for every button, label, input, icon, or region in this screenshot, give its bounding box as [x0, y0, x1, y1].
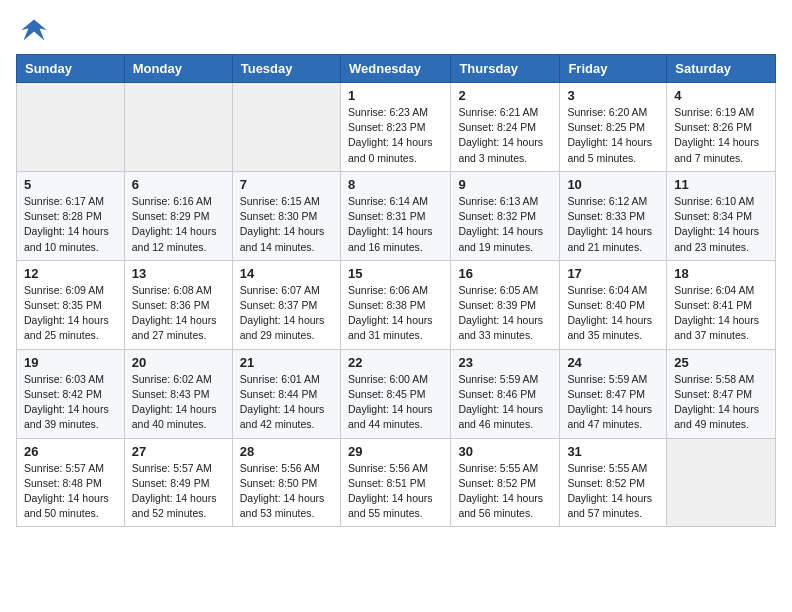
calendar-cell: 27Sunrise: 5:57 AM Sunset: 8:49 PM Dayli…: [124, 438, 232, 527]
calendar-cell: 5Sunrise: 6:17 AM Sunset: 8:28 PM Daylig…: [17, 171, 125, 260]
day-header-saturday: Saturday: [667, 55, 776, 83]
day-number: 4: [674, 88, 768, 103]
day-number: 28: [240, 444, 333, 459]
day-number: 22: [348, 355, 443, 370]
logo: [16, 16, 48, 44]
calendar-cell: 12Sunrise: 6:09 AM Sunset: 8:35 PM Dayli…: [17, 260, 125, 349]
calendar-cell: [17, 83, 125, 172]
calendar-week-row: 12Sunrise: 6:09 AM Sunset: 8:35 PM Dayli…: [17, 260, 776, 349]
day-content: Sunrise: 5:57 AM Sunset: 8:49 PM Dayligh…: [132, 461, 225, 522]
calendar-week-row: 26Sunrise: 5:57 AM Sunset: 8:48 PM Dayli…: [17, 438, 776, 527]
day-number: 17: [567, 266, 659, 281]
day-number: 3: [567, 88, 659, 103]
calendar-cell: 29Sunrise: 5:56 AM Sunset: 8:51 PM Dayli…: [340, 438, 450, 527]
day-content: Sunrise: 5:59 AM Sunset: 8:46 PM Dayligh…: [458, 372, 552, 433]
day-content: Sunrise: 6:04 AM Sunset: 8:40 PM Dayligh…: [567, 283, 659, 344]
day-number: 5: [24, 177, 117, 192]
svg-marker-0: [21, 20, 46, 41]
logo-bird-icon: [20, 16, 48, 44]
calendar-cell: 30Sunrise: 5:55 AM Sunset: 8:52 PM Dayli…: [451, 438, 560, 527]
day-number: 2: [458, 88, 552, 103]
day-number: 30: [458, 444, 552, 459]
day-content: Sunrise: 5:55 AM Sunset: 8:52 PM Dayligh…: [567, 461, 659, 522]
calendar-cell: 21Sunrise: 6:01 AM Sunset: 8:44 PM Dayli…: [232, 349, 340, 438]
day-content: Sunrise: 6:20 AM Sunset: 8:25 PM Dayligh…: [567, 105, 659, 166]
day-number: 27: [132, 444, 225, 459]
calendar-cell: 3Sunrise: 6:20 AM Sunset: 8:25 PM Daylig…: [560, 83, 667, 172]
calendar-cell: 4Sunrise: 6:19 AM Sunset: 8:26 PM Daylig…: [667, 83, 776, 172]
calendar-week-row: 1Sunrise: 6:23 AM Sunset: 8:23 PM Daylig…: [17, 83, 776, 172]
day-number: 1: [348, 88, 443, 103]
day-number: 6: [132, 177, 225, 192]
day-number: 8: [348, 177, 443, 192]
calendar-cell: 13Sunrise: 6:08 AM Sunset: 8:36 PM Dayli…: [124, 260, 232, 349]
day-content: Sunrise: 6:04 AM Sunset: 8:41 PM Dayligh…: [674, 283, 768, 344]
calendar-cell: 10Sunrise: 6:12 AM Sunset: 8:33 PM Dayli…: [560, 171, 667, 260]
calendar-cell: 18Sunrise: 6:04 AM Sunset: 8:41 PM Dayli…: [667, 260, 776, 349]
day-content: Sunrise: 6:06 AM Sunset: 8:38 PM Dayligh…: [348, 283, 443, 344]
calendar-cell: [124, 83, 232, 172]
day-content: Sunrise: 6:01 AM Sunset: 8:44 PM Dayligh…: [240, 372, 333, 433]
calendar-cell: 22Sunrise: 6:00 AM Sunset: 8:45 PM Dayli…: [340, 349, 450, 438]
day-number: 13: [132, 266, 225, 281]
day-content: Sunrise: 6:21 AM Sunset: 8:24 PM Dayligh…: [458, 105, 552, 166]
day-content: Sunrise: 6:05 AM Sunset: 8:39 PM Dayligh…: [458, 283, 552, 344]
day-number: 18: [674, 266, 768, 281]
day-content: Sunrise: 6:07 AM Sunset: 8:37 PM Dayligh…: [240, 283, 333, 344]
day-content: Sunrise: 6:00 AM Sunset: 8:45 PM Dayligh…: [348, 372, 443, 433]
day-header-thursday: Thursday: [451, 55, 560, 83]
day-content: Sunrise: 5:57 AM Sunset: 8:48 PM Dayligh…: [24, 461, 117, 522]
calendar-cell: 7Sunrise: 6:15 AM Sunset: 8:30 PM Daylig…: [232, 171, 340, 260]
day-content: Sunrise: 6:12 AM Sunset: 8:33 PM Dayligh…: [567, 194, 659, 255]
calendar-cell: 19Sunrise: 6:03 AM Sunset: 8:42 PM Dayli…: [17, 349, 125, 438]
day-number: 7: [240, 177, 333, 192]
day-number: 29: [348, 444, 443, 459]
day-header-friday: Friday: [560, 55, 667, 83]
calendar-cell: 16Sunrise: 6:05 AM Sunset: 8:39 PM Dayli…: [451, 260, 560, 349]
day-content: Sunrise: 6:19 AM Sunset: 8:26 PM Dayligh…: [674, 105, 768, 166]
calendar-table: SundayMondayTuesdayWednesdayThursdayFrid…: [16, 54, 776, 527]
calendar-cell: 24Sunrise: 5:59 AM Sunset: 8:47 PM Dayli…: [560, 349, 667, 438]
calendar-header-row: SundayMondayTuesdayWednesdayThursdayFrid…: [17, 55, 776, 83]
calendar-cell: 6Sunrise: 6:16 AM Sunset: 8:29 PM Daylig…: [124, 171, 232, 260]
day-number: 16: [458, 266, 552, 281]
calendar-cell: 2Sunrise: 6:21 AM Sunset: 8:24 PM Daylig…: [451, 83, 560, 172]
day-number: 10: [567, 177, 659, 192]
day-number: 31: [567, 444, 659, 459]
day-content: Sunrise: 6:09 AM Sunset: 8:35 PM Dayligh…: [24, 283, 117, 344]
day-number: 14: [240, 266, 333, 281]
day-number: 20: [132, 355, 225, 370]
day-number: 26: [24, 444, 117, 459]
day-content: Sunrise: 6:03 AM Sunset: 8:42 PM Dayligh…: [24, 372, 117, 433]
calendar-cell: [232, 83, 340, 172]
day-content: Sunrise: 5:56 AM Sunset: 8:50 PM Dayligh…: [240, 461, 333, 522]
calendar-cell: 31Sunrise: 5:55 AM Sunset: 8:52 PM Dayli…: [560, 438, 667, 527]
day-number: 9: [458, 177, 552, 192]
day-content: Sunrise: 6:02 AM Sunset: 8:43 PM Dayligh…: [132, 372, 225, 433]
day-header-sunday: Sunday: [17, 55, 125, 83]
day-number: 19: [24, 355, 117, 370]
calendar-cell: 26Sunrise: 5:57 AM Sunset: 8:48 PM Dayli…: [17, 438, 125, 527]
day-header-tuesday: Tuesday: [232, 55, 340, 83]
day-header-monday: Monday: [124, 55, 232, 83]
calendar-cell: 8Sunrise: 6:14 AM Sunset: 8:31 PM Daylig…: [340, 171, 450, 260]
calendar-cell: 15Sunrise: 6:06 AM Sunset: 8:38 PM Dayli…: [340, 260, 450, 349]
day-number: 11: [674, 177, 768, 192]
day-number: 25: [674, 355, 768, 370]
day-number: 23: [458, 355, 552, 370]
calendar-cell: 1Sunrise: 6:23 AM Sunset: 8:23 PM Daylig…: [340, 83, 450, 172]
day-number: 15: [348, 266, 443, 281]
calendar-cell: 9Sunrise: 6:13 AM Sunset: 8:32 PM Daylig…: [451, 171, 560, 260]
day-content: Sunrise: 6:08 AM Sunset: 8:36 PM Dayligh…: [132, 283, 225, 344]
calendar-cell: 11Sunrise: 6:10 AM Sunset: 8:34 PM Dayli…: [667, 171, 776, 260]
day-content: Sunrise: 6:23 AM Sunset: 8:23 PM Dayligh…: [348, 105, 443, 166]
day-number: 24: [567, 355, 659, 370]
day-content: Sunrise: 5:56 AM Sunset: 8:51 PM Dayligh…: [348, 461, 443, 522]
day-header-wednesday: Wednesday: [340, 55, 450, 83]
day-content: Sunrise: 5:55 AM Sunset: 8:52 PM Dayligh…: [458, 461, 552, 522]
day-content: Sunrise: 6:10 AM Sunset: 8:34 PM Dayligh…: [674, 194, 768, 255]
day-content: Sunrise: 6:13 AM Sunset: 8:32 PM Dayligh…: [458, 194, 552, 255]
calendar-cell: 20Sunrise: 6:02 AM Sunset: 8:43 PM Dayli…: [124, 349, 232, 438]
calendar-cell: 23Sunrise: 5:59 AM Sunset: 8:46 PM Dayli…: [451, 349, 560, 438]
day-content: Sunrise: 5:58 AM Sunset: 8:47 PM Dayligh…: [674, 372, 768, 433]
